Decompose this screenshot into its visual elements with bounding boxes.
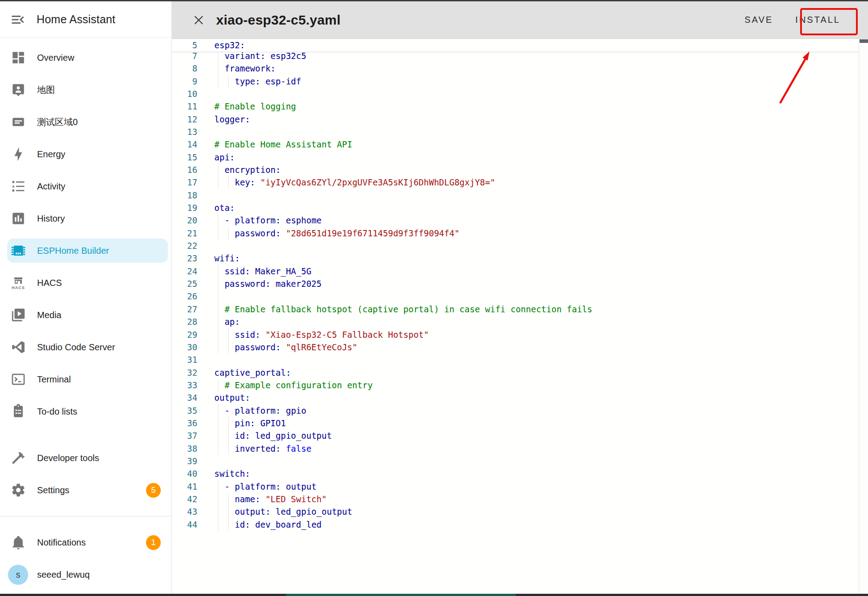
background-window-edge	[0, 594, 868, 596]
code-text: logger:	[214, 113, 250, 126]
line-number: 13	[172, 126, 197, 138]
line-number: 40	[172, 467, 197, 480]
code-text: key: "iyIyVcQas6ZYl/2pxgUVFe3A5sKIj6DhWh…	[214, 176, 495, 189]
code-editor[interactable]: 7 variant: esp32c58 framework:9 type: es…	[172, 39, 859, 594]
sidebar-item-history[interactable]: History	[0, 202, 171, 235]
code-line-12[interactable]: 12logger:	[172, 113, 859, 126]
code-line-37[interactable]: 37 id: led_gpio_output	[172, 429, 859, 442]
code-text: ssid: "Xiao-Esp32-C5 Fallback Hotspot"	[214, 328, 429, 341]
line-number: 22	[172, 239, 197, 252]
code-text: name: "LED Switch"	[214, 493, 327, 505]
code-line-40[interactable]: 40switch:	[172, 467, 859, 480]
code-line-5[interactable]: 5esp32:	[172, 39, 859, 52]
sidebar-item-activity[interactable]: Activity	[0, 170, 171, 202]
close-icon[interactable]	[192, 13, 205, 27]
line-number: 26	[172, 290, 197, 302]
sidebar-item-to-do-lists[interactable]: To-do lists	[0, 395, 171, 428]
code-line-28[interactable]: 28 ap:	[172, 315, 859, 328]
code-line-41[interactable]: 41 - platform: output	[172, 480, 859, 493]
sidebar-item-label: Notifications	[37, 537, 86, 548]
code-line-44[interactable]: 44 id: dev_board_led	[172, 518, 859, 531]
code-text: switch:	[214, 467, 250, 480]
line-number: 32	[172, 366, 197, 379]
sidebar-item-developer-tools[interactable]: Developer tools	[0, 442, 171, 474]
sidebar-item-media[interactable]: Media	[0, 299, 171, 331]
code-line-31[interactable]: 31	[172, 353, 859, 366]
sidebar-item-label: Developer tools	[37, 453, 99, 463]
code-line-14[interactable]: 14# Enable Home Assistant API	[172, 138, 859, 151]
line-number: 25	[172, 277, 197, 290]
line-number: 27	[172, 303, 197, 315]
sidebar-item-esphome-builder[interactable]: ESPHome Builder	[0, 235, 171, 267]
code-line-8[interactable]: 8 framework:	[172, 62, 859, 75]
editor-scrollbar[interactable]	[859, 39, 868, 594]
code-line-21[interactable]: 21 password: "28d651d19e19f6711459d9f3ff…	[172, 227, 859, 239]
sidebar-item-terminal[interactable]: Terminal	[0, 363, 171, 395]
app-title: Home Assistant	[37, 13, 115, 26]
sidebar-item-user-profile[interactable]: sseeed_lewuq	[0, 558, 171, 591]
code-line-26[interactable]: 26	[172, 290, 859, 302]
chart-box-icon	[11, 211, 26, 226]
code-line-33[interactable]: 33 # Example configuration entry	[172, 379, 859, 391]
line-number: 44	[172, 518, 197, 531]
code-line-15[interactable]: 15api:	[172, 151, 859, 164]
code-line-43[interactable]: 43 output: led_gpio_output	[172, 505, 859, 518]
code-line-19[interactable]: 19ota:	[172, 201, 859, 214]
scrollbar-thumb[interactable]	[860, 39, 868, 43]
install-button[interactable]: INSTALL	[794, 10, 841, 29]
code-line-35[interactable]: 35 - platform: gpio	[172, 404, 859, 417]
sidebar-item-studio-code-server[interactable]: Studio Code Server	[0, 331, 171, 363]
line-number: 41	[172, 480, 197, 493]
code-line-29[interactable]: 29 ssid: "Xiao-Esp32-C5 Fallback Hotspot…	[172, 328, 859, 341]
sidebar-item-overview[interactable]: Overview	[0, 42, 171, 74]
save-button[interactable]: SAVE	[743, 10, 774, 29]
code-line-36[interactable]: 36 pin: GPIO1	[172, 417, 859, 429]
line-number: 12	[172, 113, 197, 126]
sidebar-item-label: 测试区域0	[37, 116, 78, 128]
editor-header: xiao-esp32-c5.yaml SAVE INSTALL	[172, 1, 868, 39]
code-line-24[interactable]: 24 ssid: Maker_HA_5G	[172, 265, 859, 277]
code-line-27[interactable]: 27 # Enable fallback hotspot (captive po…	[172, 303, 859, 315]
code-line-23[interactable]: 23wifi:	[172, 252, 859, 264]
menu-open-icon[interactable]	[10, 12, 26, 28]
code-line-30[interactable]: 30 password: "qlR6EtYeCoJs"	[172, 341, 859, 353]
code-line-42[interactable]: 42 name: "LED Switch"	[172, 493, 859, 505]
sidebar-item-label: Media	[37, 310, 61, 320]
sidebar-item-energy[interactable]: Energy	[0, 138, 171, 170]
map-account-icon	[11, 82, 26, 97]
code-line-22[interactable]: 22	[172, 239, 859, 252]
line-number: 24	[172, 265, 197, 277]
sidebar-item-label: ESPHome Builder	[37, 246, 109, 256]
code-line-13[interactable]: 13	[172, 126, 859, 138]
code-line-32[interactable]: 32captive_portal:	[172, 366, 859, 379]
code-text: # Example configuration entry	[214, 379, 373, 391]
code-line-34[interactable]: 34output:	[172, 391, 859, 404]
code-line-10[interactable]: 10	[172, 88, 859, 100]
sidebar-item-hacs[interactable]: HACSHACS	[0, 267, 171, 299]
sidebar-item--[interactable]: 地图	[0, 74, 171, 106]
home-assistant-app: Home Assistant Overview地图测试区域0EnergyActi…	[0, 0, 868, 596]
code-line-18[interactable]: 18	[172, 189, 859, 201]
sidebar-item--0[interactable]: 测试区域0	[0, 106, 171, 138]
code-line-16[interactable]: 16 encryption:	[172, 164, 859, 176]
line-number: 29	[172, 328, 197, 341]
line-number: 35	[172, 404, 197, 417]
code-line-11[interactable]: 11# Enable logging	[172, 100, 859, 113]
sidebar-item-label: Terminal	[37, 374, 71, 385]
line-number: 36	[172, 417, 197, 429]
notification-badge: 5	[146, 483, 161, 498]
code-line-9[interactable]: 9 type: esp-idf	[172, 75, 859, 88]
code-line-25[interactable]: 25 password: maker2025	[172, 277, 859, 290]
line-number: 33	[172, 379, 197, 391]
code-line-38[interactable]: 38 inverted: false	[172, 442, 859, 455]
lightning-icon	[11, 147, 26, 162]
code-text: ap:	[214, 315, 240, 328]
code-line-39[interactable]: 39	[172, 455, 859, 467]
sidebar-bottom-nav: Notifications1sseeed_lewuq	[0, 526, 171, 591]
terminal-icon	[11, 372, 26, 387]
line-number: 8	[172, 62, 197, 75]
code-line-17[interactable]: 17 key: "iyIyVcQas6ZYl/2pxgUVFe3A5sKIj6D…	[172, 176, 859, 189]
sidebar-item-notifications[interactable]: Notifications1	[0, 526, 171, 558]
sidebar-item-settings[interactable]: Settings5	[0, 474, 171, 506]
code-line-20[interactable]: 20 - platform: esphome	[172, 214, 859, 227]
